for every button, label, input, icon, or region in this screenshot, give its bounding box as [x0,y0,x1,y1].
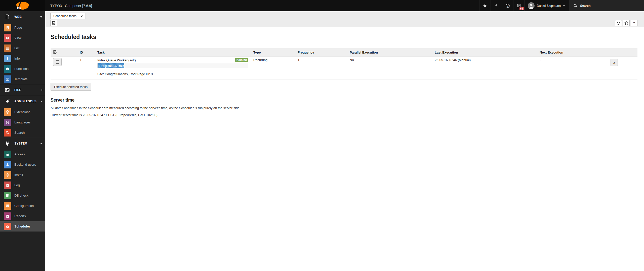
typo3-logo[interactable]: BP [0,0,45,11]
section-label: SYSTEM [14,142,40,145]
sidebar-item-backend-users[interactable]: Backend users [0,159,45,170]
unlock-icon [4,151,11,158]
menu-item-label: Functions [14,67,28,71]
open-documents-count-badge: 64 [519,7,524,10]
page-title: Scheduled tasks [51,34,637,40]
sliders-icon [4,202,11,210]
menu-item-label: Search [14,131,25,134]
sidebar-item-view[interactable]: View [0,33,45,43]
menu-item-label: Reports [14,214,26,218]
sidebar-item-functions[interactable]: Functions [0,64,45,74]
page-module-icon [4,24,11,31]
menu-item-label: View [14,36,21,40]
section-header-system[interactable]: SYSTEM [0,138,45,149]
plug-icon [4,141,10,146]
task-name-link[interactable]: Index Queue Worker (solr) [97,58,136,62]
task-type-cell: Recurring [251,57,295,79]
task-id-cell: 1 [77,57,95,79]
menu-item-label: Install [14,173,23,177]
docheader: Scheduled tasks [45,11,644,27]
server-time-current: Current server time is 26-05-16 18:47 CE… [51,113,637,117]
sidebar-item-search[interactable]: Search [0,127,45,138]
menu-item-label: Languages [14,120,30,124]
section-header-file[interactable]: FILE [0,84,45,96]
toolbox-icon [4,65,11,73]
topbar-spacer [92,0,479,11]
refresh-icon [617,21,620,25]
clear-cache-button[interactable] [491,0,502,11]
section-label: FILE [14,88,41,92]
sidebar-item-install[interactable]: Install [0,170,45,180]
menu-section-admin-tools: ADMIN TOOLS Extensions Languages Searc [0,96,45,138]
document-icon [4,14,10,20]
menu-section-web: WEB Page View List [0,11,45,84]
task-cell: Index Queue Worker (solr) running Progre… [95,57,251,79]
sidebar-item-log[interactable]: Log [0,180,45,190]
reload-button[interactable] [615,20,622,26]
sidebar-item-extensions[interactable]: Extensions [0,107,45,117]
chevron-left-icon [41,89,42,91]
clipboard-icon [4,182,11,189]
sidebar-item-scheduler[interactable]: Scheduler [0,221,45,232]
search-icon [573,4,578,8]
layout-icon [4,75,11,83]
progress-track: Progress: 17.65% [97,63,248,68]
table-row: 1 Index Queue Worker (solr) running Prog… [51,57,637,79]
sidebar-item-reports[interactable]: Reports [0,211,45,221]
menu-item-label: Info [14,57,20,60]
module-function-select[interactable]: Scheduled tasks [50,13,86,19]
sidebar-item-list[interactable]: List [0,43,45,53]
column-header-last-execution: Last Execution [432,48,537,57]
sidebar-item-access[interactable]: Access [0,149,45,159]
sidebar-item-db-check[interactable]: DB check [0,190,45,201]
task-frequency-cell: 1 [295,57,347,79]
topbar: BP TYPO3 - Composer [7.6.9] ? [0,0,644,11]
server-time-note: All dates and times in the Scheduler are… [51,106,637,110]
toggle-all-header[interactable] [51,48,77,57]
user-name: Daniel Siepmann [537,4,561,8]
menu-item-label: List [14,46,19,50]
stop-task-button[interactable]: x [611,59,618,66]
star-outline-icon [624,21,628,25]
scheduled-tasks-table: ID Task Type Frequency Parallel Executio… [51,48,637,79]
sidebar-item-info[interactable]: Info [0,53,45,64]
chevron-down-icon [40,143,42,144]
sidebar-item-languages[interactable]: Languages [0,117,45,127]
menu-item-label: Page [14,26,22,29]
column-header-actions [608,48,637,57]
chevron-down-icon [40,16,42,18]
open-documents-button[interactable]: 64 [513,0,525,11]
add-task-button[interactable] [50,20,57,26]
rocket-icon [4,99,10,104]
column-header-parallel-execution: Parallel Execution [347,48,432,57]
stopwatch-icon [4,223,11,230]
new-record-icon [52,21,56,25]
magnifier-icon [4,129,11,137]
module-menu: WEB Page View List [0,11,45,271]
section-header-admin-tools[interactable]: ADMIN TOOLS [0,96,45,107]
info-icon [4,55,11,62]
task-site-info: Site: Congratulations, Root Page ID: 3 [97,72,248,76]
menu-section-system: SYSTEM Access Backend users Install [0,138,45,232]
sidebar-item-template[interactable]: Template [0,74,45,84]
menu-item-label: Extensions [14,110,30,114]
bookmark-button[interactable] [623,20,630,26]
avatar [528,2,535,9]
search-button[interactable]: Search [569,0,644,11]
toggle-checkboxes-icon [53,50,57,54]
status-badge: running [235,58,248,62]
user-menu[interactable]: Daniel Siepmann [525,0,569,11]
sidebar-item-configuration[interactable]: Configuration [0,201,45,211]
execute-selected-tasks-button[interactable]: Execute selected tasks [51,83,91,91]
menu-item-label: Scheduler [14,224,30,228]
task-checkbox[interactable] [53,58,62,66]
server-time-heading: Server time [51,98,637,103]
section-header-web[interactable]: WEB [0,11,45,22]
sidebar-item-page[interactable]: Page [0,22,45,33]
csh-help-button[interactable]: ? [631,20,637,26]
report-chart-icon [4,212,11,220]
checkbox-icon [56,60,59,64]
help-button[interactable]: ? [502,0,513,11]
column-header-type: Type [251,48,295,57]
bookmarks-button[interactable] [479,0,491,11]
